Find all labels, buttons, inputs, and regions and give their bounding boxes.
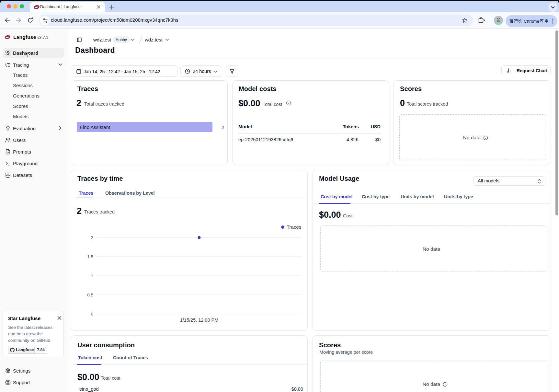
svg-text:2: 2	[91, 235, 93, 240]
svg-text:0.5: 0.5	[87, 293, 93, 297]
svg-text:1: 1	[91, 273, 93, 278]
svg-text:1.5: 1.5	[87, 254, 93, 259]
svg-text:0: 0	[91, 312, 93, 317]
svg-text:Traces: Traces	[287, 224, 301, 230]
svg-text:1/15/25, 12:00 PM: 1/15/25, 12:00 PM	[180, 317, 219, 323]
